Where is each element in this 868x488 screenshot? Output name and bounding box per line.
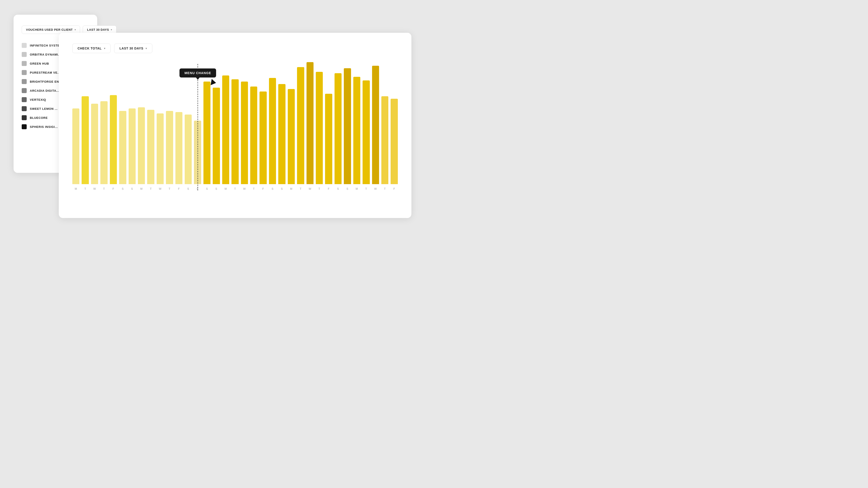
legend-item-label: INFINITECH SYSTE... <box>30 44 63 47</box>
bar[interactable] <box>250 87 257 184</box>
bar[interactable] <box>100 101 107 184</box>
legend-item-label: GREEN HUB <box>30 62 49 65</box>
legend-item-label: PURESTREAM VE... <box>30 71 60 74</box>
bar-x-label: W <box>159 187 162 191</box>
bar-x-label: T <box>384 187 386 191</box>
bar-x-label: M <box>140 187 143 191</box>
bar[interactable] <box>110 95 117 184</box>
bar-x-label: T <box>150 187 152 191</box>
bar-wrapper: S <box>204 82 211 191</box>
bar[interactable] <box>157 113 164 184</box>
legend-color-swatch <box>22 106 27 111</box>
bar-wrapper: T <box>100 101 107 191</box>
bar[interactable] <box>138 107 145 184</box>
chevron-down-icon: ▾ <box>74 29 76 31</box>
bar[interactable] <box>353 77 360 184</box>
bar-x-label: T <box>234 187 236 191</box>
bar[interactable] <box>363 80 370 184</box>
legend-item-label: VERTEXIQ <box>30 98 46 101</box>
bar-wrapper: F <box>110 95 117 191</box>
bar-wrapper: T <box>147 110 154 191</box>
bar-x-label: M <box>75 187 77 191</box>
bar-wrapper: W <box>157 113 164 191</box>
date-range-filter-button[interactable]: LAST 30 DAYS ▾ <box>114 43 152 53</box>
bar-wrapper: M <box>138 107 145 191</box>
bar[interactable] <box>278 84 285 184</box>
divider-line <box>197 64 198 191</box>
bar-x-label: W <box>374 187 377 191</box>
bar-wrapper: S <box>213 88 220 191</box>
bar-x-label: S <box>215 187 217 191</box>
bar-x-label: M <box>290 187 292 191</box>
bar[interactable] <box>147 110 154 184</box>
bar[interactable] <box>344 68 351 184</box>
bar-x-label: S <box>187 187 189 191</box>
bar-x-label: S <box>272 187 273 191</box>
bar-x-label: T <box>84 187 86 191</box>
bar-x-label: F <box>178 187 180 191</box>
bar-wrapper: T <box>297 67 304 191</box>
bar-wrapper: F <box>325 94 332 191</box>
check-total-filter-button[interactable]: CHECK TOTAL ▾ <box>72 43 111 53</box>
legend-color-swatch <box>22 79 27 84</box>
bar-wrapper: S <box>335 73 342 191</box>
legend-color-swatch <box>22 97 27 102</box>
bar-x-label: F <box>393 187 395 191</box>
bar[interactable] <box>297 67 304 184</box>
bar[interactable] <box>241 82 248 184</box>
legend-item-label: SWEET LEMON ... <box>30 107 58 110</box>
bar-x-label: S <box>122 187 124 191</box>
bar-wrapper: S <box>185 115 192 191</box>
bar-wrapper: W <box>307 62 313 191</box>
legend-color-swatch <box>22 52 27 57</box>
chevron-down-icon: ▾ <box>104 47 105 50</box>
chevron-down-icon: ▾ <box>111 29 112 31</box>
bar[interactable] <box>185 115 192 184</box>
bar[interactable] <box>372 66 379 184</box>
bar-wrapper: M <box>353 77 360 191</box>
bar[interactable] <box>391 99 398 184</box>
bar-wrapper: T <box>363 80 370 191</box>
bar-wrapper: F <box>259 92 267 191</box>
bar-chart-area: MTWTFSSMTWTFSFSSMTWTFSSMTWTFSSMTWTF MENU… <box>72 64 398 204</box>
bar-wrapper: S <box>119 111 126 191</box>
bar[interactable] <box>82 96 89 184</box>
bar[interactable] <box>288 89 295 184</box>
bar[interactable] <box>119 111 126 184</box>
bar[interactable] <box>316 72 323 184</box>
bar-x-label: F <box>262 187 264 191</box>
bar[interactable] <box>231 79 239 184</box>
legend-color-swatch <box>22 115 27 120</box>
bar-wrapper: T <box>231 79 239 191</box>
bar[interactable] <box>91 104 98 184</box>
bar[interactable] <box>222 75 229 184</box>
bar[interactable] <box>72 108 79 184</box>
bar-x-label: S <box>206 187 208 191</box>
bar[interactable] <box>213 88 220 184</box>
bar[interactable] <box>381 96 388 184</box>
bars-container: MTWTFSSMTWTFSFSSMTWTFSSMTWTFSSMTWTF <box>72 64 398 191</box>
bar-wrapper: W <box>91 104 98 191</box>
legend-color-swatch <box>22 124 27 129</box>
bar[interactable] <box>259 92 267 184</box>
bar[interactable] <box>204 82 211 184</box>
bar[interactable] <box>307 62 313 184</box>
bar-x-label: F <box>113 187 114 191</box>
bar[interactable] <box>269 78 276 184</box>
bar-wrapper: F <box>391 99 398 191</box>
bar[interactable] <box>166 111 173 184</box>
bar[interactable] <box>325 94 332 184</box>
bar-x-label: T <box>365 187 367 191</box>
bar-wrapper: S <box>278 84 285 191</box>
bar-wrapper: T <box>381 96 388 191</box>
date-range-label: LAST 30 DAYS <box>119 46 143 50</box>
legend-color-swatch <box>22 88 27 93</box>
legend-item-label: BRIGHTFORGE EN... <box>30 80 62 84</box>
bar-wrapper: T <box>166 111 173 191</box>
bar[interactable] <box>335 73 342 184</box>
bar-x-label: T <box>253 187 255 191</box>
bar[interactable] <box>129 108 135 184</box>
bar-wrapper: S <box>129 108 135 191</box>
bar[interactable] <box>176 112 182 184</box>
bar-wrapper: T <box>250 87 257 191</box>
